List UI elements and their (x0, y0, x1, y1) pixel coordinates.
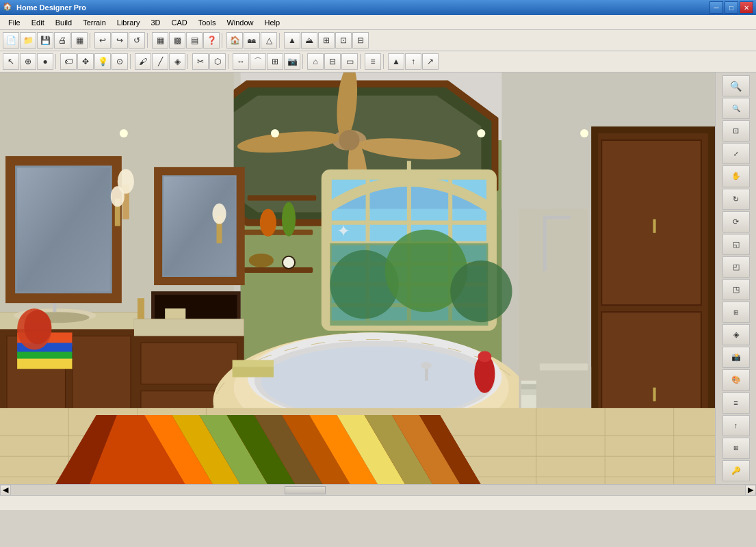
ref-button[interactable]: ↺ (129, 32, 145, 49)
open-button[interactable]: 📁 (20, 32, 36, 49)
menu-file[interactable]: File (3, 17, 26, 28)
tray2-button[interactable]: ⊟ (324, 53, 341, 70)
menu-tools[interactable]: Tools (193, 17, 222, 28)
svg-rect-98 (543, 216, 571, 219)
canvas-area[interactable]: ✦ (0, 72, 715, 484)
t1-button[interactable]: ▦ (152, 32, 168, 49)
menu-build[interactable]: Build (50, 17, 77, 28)
terrain2-button[interactable]: ▲ (388, 53, 404, 70)
svg-point-60 (212, 203, 226, 224)
t3-button[interactable]: ▤ (186, 32, 203, 49)
help-button[interactable]: ❓ (203, 32, 220, 49)
render-button[interactable]: ◈ (722, 324, 750, 345)
separator-3 (222, 33, 224, 48)
r1-button[interactable]: ▲ (284, 32, 300, 49)
new-button[interactable]: 📄 (3, 32, 19, 49)
menu-window[interactable]: Window (221, 17, 259, 28)
cam2-button[interactable]: 🏘 (244, 32, 260, 49)
snap-button[interactable]: ⊞ (267, 53, 283, 70)
svg-point-80 (421, 362, 432, 369)
line-button[interactable]: ╱ (152, 53, 168, 70)
move-button[interactable]: ✥ (77, 53, 94, 70)
color-button[interactable]: ◈ (169, 53, 185, 70)
horizontal-scrollbar[interactable]: ◀ ▶ (0, 484, 756, 495)
minimize-button[interactable]: ─ (709, 1, 723, 14)
toolbar-row-1: 📄 📁 💾 🖨 ▦ ↩ ↪ ↺ ▦ ▩ ▤ ❓ 🏠 🏘 △ ▲ ⛰ ⊞ ⊡ ⊟ (0, 30, 756, 51)
view2-icon: ◰ (733, 263, 740, 271)
scrollbar-thumb[interactable] (285, 486, 326, 494)
close-button[interactable]: ✕ (740, 1, 753, 14)
view3-button[interactable]: ◳ (722, 279, 750, 300)
shape-button[interactable]: ⬡ (209, 53, 226, 70)
orbit-button[interactable]: ↻ (722, 189, 750, 210)
arc-button[interactable]: ⌒ (250, 53, 266, 70)
t2-button[interactable]: ▩ (169, 32, 185, 49)
select2-button[interactable]: ⊕ (20, 53, 36, 70)
r4-button[interactable]: ⊡ (335, 32, 352, 49)
select-button[interactable]: ↖ (3, 53, 19, 70)
stair2-button[interactable]: ≡ (365, 53, 381, 70)
scrollbar-track[interactable] (11, 486, 745, 494)
stamp-button[interactable]: 🏷 (60, 53, 77, 70)
menu-edit[interactable]: Edit (26, 17, 50, 28)
r3-button[interactable]: ⊞ (318, 32, 335, 49)
svg-point-30 (260, 209, 276, 237)
arrow-up-button[interactable]: ↑ (405, 53, 421, 70)
view4-button[interactable]: ⊞ (722, 302, 750, 323)
paint-button[interactable]: 🖌 (135, 53, 151, 70)
room-render: ✦ (0, 72, 715, 484)
key-icon: 🔑 (731, 466, 741, 475)
orbit-icon: ↻ (733, 195, 739, 204)
layers-button[interactable]: ≡ (722, 392, 750, 414)
svg-rect-45 (73, 336, 131, 418)
erase-button[interactable]: ✂ (192, 53, 209, 70)
menu-cad[interactable]: CAD (166, 17, 192, 28)
svg-rect-28 (244, 230, 313, 235)
key-button[interactable]: 🔑 (722, 460, 750, 481)
save-button[interactable]: 💾 (37, 32, 53, 49)
plot-button[interactable]: ▦ (71, 32, 88, 49)
light-button[interactable]: 💡 (94, 53, 111, 70)
cam3-button[interactable]: △ (261, 32, 277, 49)
svg-point-77 (261, 346, 488, 418)
svg-rect-29 (244, 267, 313, 273)
svg-rect-82 (233, 367, 274, 377)
wall2-button[interactable]: ▭ (341, 53, 358, 70)
material-button[interactable]: 🎨 (722, 369, 750, 390)
point-button[interactable]: ● (37, 53, 53, 70)
svg-rect-130 (536, 367, 591, 408)
menu-library[interactable]: Library (112, 17, 146, 28)
menu-terrain[interactable]: Terrain (77, 17, 112, 28)
svg-point-26 (450, 261, 512, 322)
undo-button[interactable]: ↩ (94, 32, 111, 49)
pan-button[interactable]: ✋ (722, 165, 750, 187)
zoom-out-button[interactable]: 🔍 (722, 98, 750, 119)
camera4-button[interactable]: 📷 (284, 53, 300, 70)
bulb-button[interactable]: ⊙ (112, 53, 128, 70)
view2-button[interactable]: ◰ (722, 256, 750, 278)
up-button[interactable]: ↑ (722, 415, 750, 436)
svg-rect-70 (17, 359, 72, 369)
arrow-diag-button[interactable]: ↗ (422, 53, 439, 70)
zoom-fit-button[interactable]: ⊡ (722, 120, 750, 142)
dim-button[interactable]: ↔ (233, 53, 249, 70)
scroll-right-button[interactable]: ▶ (745, 485, 756, 496)
view1-button[interactable]: ◱ (722, 234, 750, 255)
roof2-button[interactable]: ⌂ (307, 53, 324, 70)
print-button[interactable]: 🖨 (54, 32, 70, 49)
cam1-button[interactable]: 🏠 (226, 32, 243, 49)
maximize-button[interactable]: □ (725, 1, 738, 14)
camera-snap-button[interactable]: 📸 (722, 347, 750, 368)
svg-point-31 (282, 202, 296, 236)
r2-button[interactable]: ⛰ (301, 32, 317, 49)
zoom-in-button[interactable]: 🔍 (722, 75, 750, 96)
rotate-button[interactable]: ⟳ (722, 211, 750, 232)
redo-button[interactable]: ↪ (112, 32, 128, 49)
zoom-custom-button[interactable]: ⤢ (722, 143, 750, 164)
menu-help[interactable]: Help (259, 17, 286, 28)
menu-3d[interactable]: 3D (145, 17, 166, 28)
scroll-left-button[interactable]: ◀ (0, 485, 11, 496)
grid-button[interactable]: ⊞ (722, 438, 750, 459)
svg-rect-97 (543, 216, 547, 271)
r5-button[interactable]: ⊟ (352, 32, 369, 49)
